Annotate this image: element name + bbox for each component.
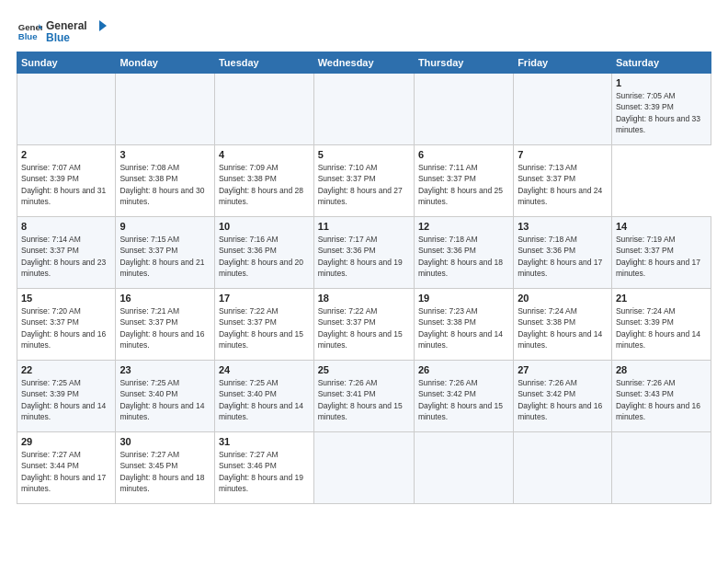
header-day-monday: Monday — [116, 52, 215, 74]
calendar-cell: 10Sunrise: 7:16 AMSunset: 3:36 PMDayligh… — [214, 217, 313, 289]
day-detail: Sunrise: 7:24 AMSunset: 3:38 PMDaylight:… — [518, 306, 602, 350]
calendar-cell: 17Sunrise: 7:22 AMSunset: 3:37 PMDayligh… — [214, 289, 313, 361]
day-detail: Sunrise: 7:14 AMSunset: 3:37 PMDaylight:… — [21, 235, 106, 278]
header-day-tuesday: Tuesday — [214, 52, 313, 74]
calendar-cell — [313, 432, 414, 504]
calendar-cell: 2Sunrise: 7:07 AMSunset: 3:39 PMDaylight… — [17, 145, 116, 217]
calendar-cell: 20Sunrise: 7:24 AMSunset: 3:38 PMDayligh… — [514, 289, 612, 361]
calendar-cell — [514, 74, 612, 145]
day-number: 9 — [119, 221, 210, 232]
day-detail: Sunrise: 7:26 AMSunset: 3:43 PMDaylight:… — [616, 378, 700, 421]
day-detail: Sunrise: 7:16 AMSunset: 3:36 PMDaylight:… — [219, 235, 303, 278]
day-number: 20 — [518, 293, 608, 304]
day-detail: Sunrise: 7:27 AMSunset: 3:45 PMDaylight:… — [119, 450, 204, 493]
calendar-cell: 11Sunrise: 7:17 AMSunset: 3:36 PMDayligh… — [313, 217, 414, 289]
logo-icon: General Blue — [17, 17, 42, 43]
calendar-cell — [313, 74, 414, 145]
calendar-cell: 23Sunrise: 7:25 AMSunset: 3:40 PMDayligh… — [116, 361, 215, 432]
calendar-cell: 5Sunrise: 7:10 AMSunset: 3:37 PMDaylight… — [313, 145, 414, 217]
day-number: 13 — [518, 221, 608, 232]
day-number: 25 — [318, 364, 410, 375]
calendar-page: General Blue General Blue SundayMondayTu… — [0, 0, 728, 563]
day-detail: Sunrise: 7:08 AMSunset: 3:38 PMDaylight:… — [119, 163, 204, 206]
svg-text:Blue: Blue — [46, 31, 70, 44]
calendar-cell: 29Sunrise: 7:27 AMSunset: 3:44 PMDayligh… — [17, 432, 116, 504]
day-number: 4 — [219, 149, 310, 160]
day-detail: Sunrise: 7:26 AMSunset: 3:42 PMDaylight:… — [518, 378, 602, 421]
calendar-cell — [214, 74, 313, 145]
day-detail: Sunrise: 7:25 AMSunset: 3:39 PMDaylight:… — [21, 378, 106, 421]
day-number: 29 — [21, 436, 111, 447]
calendar-cell: 22Sunrise: 7:25 AMSunset: 3:39 PMDayligh… — [17, 361, 116, 432]
logo-banner: General Blue — [46, 17, 110, 44]
day-number: 1 — [616, 77, 707, 88]
day-number: 28 — [616, 364, 707, 375]
day-detail: Sunrise: 7:24 AMSunset: 3:39 PMDaylight:… — [616, 306, 700, 350]
calendar-cell: 27Sunrise: 7:26 AMSunset: 3:42 PMDayligh… — [514, 361, 612, 432]
day-number: 22 — [21, 364, 111, 375]
day-number: 24 — [219, 364, 310, 375]
calendar-cell: 24Sunrise: 7:25 AMSunset: 3:40 PMDayligh… — [214, 361, 313, 432]
logo: General Blue General Blue — [17, 17, 110, 44]
calendar-cell: 12Sunrise: 7:18 AMSunset: 3:36 PMDayligh… — [414, 217, 513, 289]
calendar-cell: 13Sunrise: 7:18 AMSunset: 3:36 PMDayligh… — [514, 217, 612, 289]
calendar-cell: 8Sunrise: 7:14 AMSunset: 3:37 PMDaylight… — [17, 217, 116, 289]
day-number: 15 — [21, 293, 111, 304]
day-number: 11 — [318, 221, 410, 232]
calendar-cell: 16Sunrise: 7:21 AMSunset: 3:37 PMDayligh… — [116, 289, 215, 361]
day-number: 21 — [616, 293, 707, 304]
day-detail: Sunrise: 7:20 AMSunset: 3:37 PMDaylight:… — [21, 306, 106, 350]
calendar-cell: 9Sunrise: 7:15 AMSunset: 3:37 PMDaylight… — [116, 217, 215, 289]
calendar-cell — [17, 74, 116, 145]
day-number: 19 — [418, 293, 509, 304]
header-day-thursday: Thursday — [414, 52, 513, 74]
day-detail: Sunrise: 7:13 AMSunset: 3:37 PMDaylight:… — [518, 163, 602, 206]
day-number: 27 — [518, 364, 608, 375]
calendar-cell — [116, 74, 215, 145]
day-detail: Sunrise: 7:23 AMSunset: 3:38 PMDaylight:… — [418, 306, 503, 350]
calendar-cell — [611, 432, 711, 504]
week-row-2: 2Sunrise: 7:07 AMSunset: 3:39 PMDaylight… — [17, 145, 711, 217]
svg-text:General: General — [46, 19, 87, 32]
day-detail: Sunrise: 7:05 AMSunset: 3:39 PMDaylight:… — [616, 91, 700, 134]
header-day-saturday: Saturday — [611, 52, 711, 74]
day-detail: Sunrise: 7:25 AMSunset: 3:40 PMDaylight:… — [119, 378, 204, 421]
day-detail: Sunrise: 7:25 AMSunset: 3:40 PMDaylight:… — [219, 378, 303, 421]
calendar-cell: 4Sunrise: 7:09 AMSunset: 3:38 PMDaylight… — [214, 145, 313, 217]
calendar-cell: 26Sunrise: 7:26 AMSunset: 3:42 PMDayligh… — [414, 361, 513, 432]
day-number: 17 — [219, 293, 310, 304]
day-detail: Sunrise: 7:22 AMSunset: 3:37 PMDaylight:… — [219, 306, 303, 350]
week-row-4: 15Sunrise: 7:20 AMSunset: 3:37 PMDayligh… — [17, 289, 711, 361]
calendar-cell — [414, 74, 513, 145]
header-day-sunday: Sunday — [17, 52, 116, 74]
day-number: 12 — [418, 221, 509, 232]
calendar-cell: 25Sunrise: 7:26 AMSunset: 3:41 PMDayligh… — [313, 361, 414, 432]
day-number: 8 — [21, 221, 111, 232]
day-detail: Sunrise: 7:22 AMSunset: 3:37 PMDaylight:… — [318, 306, 403, 350]
svg-text:Blue: Blue — [18, 31, 38, 41]
day-number: 5 — [318, 149, 410, 160]
day-detail: Sunrise: 7:17 AMSunset: 3:36 PMDaylight:… — [318, 235, 403, 278]
calendar-cell: 3Sunrise: 7:08 AMSunset: 3:38 PMDaylight… — [116, 145, 215, 217]
calendar-cell: 1Sunrise: 7:05 AMSunset: 3:39 PMDaylight… — [611, 74, 711, 145]
svg-marker-4 — [99, 20, 107, 31]
day-detail: Sunrise: 7:27 AMSunset: 3:46 PMDaylight:… — [219, 450, 303, 493]
day-detail: Sunrise: 7:26 AMSunset: 3:41 PMDaylight:… — [318, 378, 403, 421]
calendar-cell: 19Sunrise: 7:23 AMSunset: 3:38 PMDayligh… — [414, 289, 513, 361]
day-detail: Sunrise: 7:07 AMSunset: 3:39 PMDaylight:… — [21, 163, 106, 206]
day-detail: Sunrise: 7:26 AMSunset: 3:42 PMDaylight:… — [418, 378, 503, 421]
week-row-1: 1Sunrise: 7:05 AMSunset: 3:39 PMDaylight… — [17, 74, 711, 145]
calendar-cell: 6Sunrise: 7:11 AMSunset: 3:37 PMDaylight… — [414, 145, 513, 217]
day-detail: Sunrise: 7:18 AMSunset: 3:36 PMDaylight:… — [418, 235, 503, 278]
day-number: 7 — [518, 149, 608, 160]
calendar-cell: 15Sunrise: 7:20 AMSunset: 3:37 PMDayligh… — [17, 289, 116, 361]
week-row-5: 22Sunrise: 7:25 AMSunset: 3:39 PMDayligh… — [17, 361, 711, 432]
header-day-wednesday: Wednesday — [313, 52, 414, 74]
day-number: 3 — [119, 149, 210, 160]
week-row-3: 8Sunrise: 7:14 AMSunset: 3:37 PMDaylight… — [17, 217, 711, 289]
calendar-cell: 31Sunrise: 7:27 AMSunset: 3:46 PMDayligh… — [214, 432, 313, 504]
day-number: 18 — [318, 293, 410, 304]
day-number: 14 — [616, 221, 707, 232]
day-number: 16 — [119, 293, 210, 304]
day-detail: Sunrise: 7:15 AMSunset: 3:37 PMDaylight:… — [119, 235, 204, 278]
